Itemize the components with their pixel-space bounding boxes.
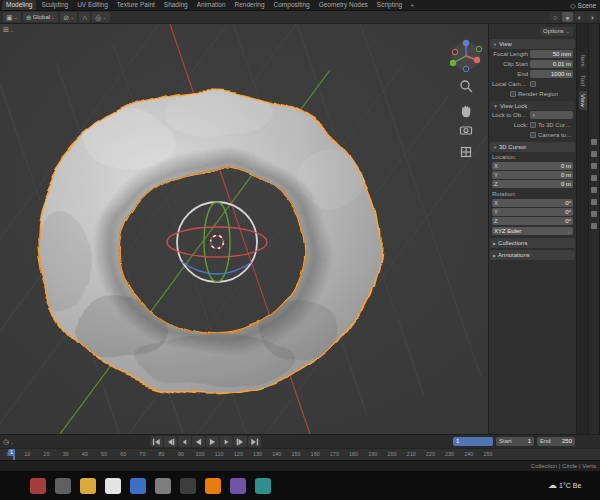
3d-viewport[interactable]: ⊞ ⌄ [0,24,488,434]
3d-cursor-section-header[interactable]: ▼ 3D Cursor [490,142,575,152]
editor-type-selector[interactable]: ⊞ ⌄ [3,26,14,33]
jump-start-button[interactable] [150,436,163,447]
snap-target-dropdown[interactable]: ⊘ ⌄ [60,12,77,22]
prev-frame-button[interactable] [178,436,191,447]
workspace-tab-texture-paint[interactable]: Texture Paint [113,0,159,10]
workspace-tab-shading[interactable]: Shading [160,0,192,10]
blender-icon[interactable] [205,478,221,494]
weather-widget[interactable]: ☁ 1°C Be [548,481,600,490]
rotation-order-dropdown[interactable]: XYZ Euler ⌄ [492,227,573,235]
workspace-tabs: ModelingSculptingUV EditingTexture Paint… [2,0,406,10]
camera-to-view-checkbox[interactable] [530,132,536,138]
browser-icon[interactable] [105,478,121,494]
ruler-tick-70: 70 [139,451,145,457]
shading-solid-button[interactable]: ● [562,12,572,22]
solid-shading-icon: ● [565,14,569,21]
cursor-rotation-x-field[interactable]: X0° [492,199,573,207]
next-frame-button[interactable] [220,436,233,447]
next-keyframe-button[interactable] [234,436,247,447]
globe-icon: ⊕ [26,14,32,21]
cursor-location-y-field[interactable]: Y0 m [492,171,573,179]
workspace-tab-rendering[interactable]: Rendering [231,0,269,10]
sidebar-panel: Options ⌄ ▼ View Focal Length 50 mm Clip… [488,24,576,434]
clip-start-field[interactable]: 0.01 m [530,60,573,68]
shading-material-button[interactable]: ◐ [575,12,585,22]
lock-to-object-field[interactable]: ⌖ [530,111,573,119]
properties-tab-icon[interactable] [591,187,597,193]
cursor-location-x-field[interactable]: X0 m [492,162,573,170]
properties-tab-icon[interactable] [591,211,597,217]
options-label: Options [543,28,564,34]
cursor-rotation-y-field[interactable]: Y0° [492,208,573,216]
app-teal-icon[interactable] [255,478,271,494]
workspace-tab-modeling[interactable]: Modeling [2,0,36,10]
annotations-section-header[interactable]: ▶ Annotations [490,250,575,260]
mode-selector[interactable]: ▣ ⌄ [3,12,21,22]
cursor-location-z-field[interactable]: Z0 m [492,180,573,188]
play-button[interactable] [206,436,219,447]
blender-window: ModelingSculptingUV EditingTexture Paint… [0,0,600,500]
sidebar-tab-view[interactable]: View [579,91,587,110]
workspace-tab-sculpting[interactable]: Sculpting [37,0,72,10]
pan-hand-icon[interactable] [462,106,470,117]
prev-keyframe-button[interactable] [164,436,177,447]
caret-icon: ⌄ [10,27,14,33]
app-dark-icon[interactable] [180,478,196,494]
view-lock-subheader[interactable]: ▼ View Lock [490,101,575,110]
end-frame-field[interactable]: End 250 [537,437,575,446]
taskbar-icons [30,478,271,494]
ruler-tick-210: 210 [407,451,416,457]
render-region-checkbox[interactable] [510,91,516,97]
properties-tab-icon[interactable] [591,163,597,169]
properties-tab-icon[interactable] [591,151,597,157]
cursor-rotation-z-field[interactable]: Z0° [492,217,573,225]
app-gray-icon[interactable] [155,478,171,494]
current-frame-field[interactable]: 1 [453,437,493,446]
search-icon[interactable] [55,478,71,494]
snap-icon: ⊘ [63,14,69,21]
caret-icon: ⌄ [14,14,18,20]
weather-temp: 1°C [559,482,571,489]
sidebar-tab-tool[interactable]: Tool [579,72,587,89]
ruler-tick-100: 100 [195,451,204,457]
sidebar-tab-item[interactable]: Item [579,52,587,70]
app-blue-icon[interactable] [130,478,146,494]
view-section-header[interactable]: ▼ View [490,39,575,49]
pinned-app-red-icon[interactable] [30,478,46,494]
properties-tab-icon[interactable] [591,223,597,229]
app-purple-icon[interactable] [230,478,246,494]
workspace-tab-uv-editing[interactable]: UV Editing [73,0,112,10]
ruler-tick-200: 200 [387,451,396,457]
file-explorer-icon[interactable] [80,478,96,494]
frame-ruler[interactable]: 0102030405060708090100110120130140150160… [0,448,600,460]
focal-length-field[interactable]: 50 mm [530,50,573,58]
viewport-canvas[interactable] [0,24,488,434]
clip-end-field[interactable]: 1000 m [530,70,573,78]
lock-to-3d-cursor-checkbox[interactable] [530,122,536,128]
workspace-tab-scripting[interactable]: Scripting [373,0,406,10]
properties-tab-icon[interactable] [591,139,597,145]
local-camera-checkbox[interactable] [530,81,536,87]
workspace-tab-geometry-nodes[interactable]: Geometry Nodes [315,0,372,10]
start-frame-field[interactable]: Start 1 [496,437,534,446]
options-dropdown[interactable]: Options ⌄ [540,27,573,36]
add-workspace-button[interactable]: + [407,2,417,9]
workspace-tab-compositing[interactable]: Compositing [270,0,314,10]
properties-tab-icon[interactable] [591,199,597,205]
proportional-editing-dropdown[interactable]: ◎ ⌄ [92,12,109,22]
shading-rendered-button[interactable]: ◑ [587,12,597,22]
timeline-editor-icon: ◷ [3,438,9,445]
jump-end-button[interactable] [248,436,261,447]
ruler-tick-170: 170 [330,451,339,457]
transform-orientation-dropdown[interactable]: ⊕ Global ⌄ [23,12,58,22]
workspace-tab-animation[interactable]: Animation [193,0,230,10]
collections-section-header[interactable]: ▶ Collections [490,238,575,248]
snap-toggle-button[interactable]: ∩ [79,12,90,22]
play-reverse-button[interactable] [192,436,205,447]
shading-wireframe-button[interactable]: ○ [550,12,560,22]
scene-selector[interactable]: ◇ Scene [570,2,598,9]
status-scene-info: Collection | Circle | Verts [531,463,596,469]
properties-tab-icon[interactable] [591,175,597,181]
timeline-editor-type-selector[interactable]: ◷ ⌄ [3,438,14,445]
focal-length-label: Focal Length [492,51,528,57]
